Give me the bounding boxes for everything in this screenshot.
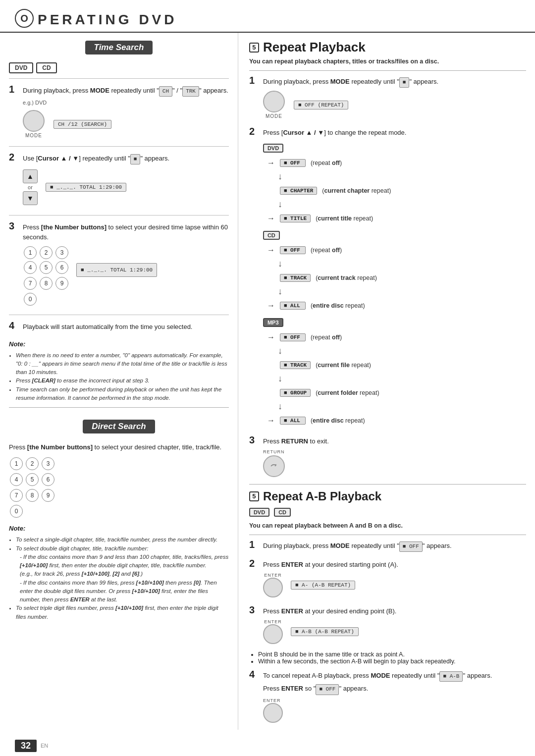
btn-0[interactable]: 0 <box>24 293 37 306</box>
screen-trk: TRK <box>182 86 199 97</box>
cd-row-off: → ■ OFF (repeat off) <box>267 243 526 257</box>
d-btn-5[interactable]: 5 <box>26 473 39 486</box>
cd-down-arrow-1: ↓ <box>278 259 282 269</box>
step1-text: During playback, press MODE repeatedly u… <box>23 86 229 97</box>
d-btn-7[interactable]: 7 <box>10 489 23 502</box>
direct-search-btns: 1 2 3 4 5 6 7 8 9 0 <box>9 456 229 519</box>
enter-circle-a <box>263 578 283 597</box>
cd-down-1: ↓ <box>267 257 526 271</box>
cd-arrow-all: → <box>267 301 275 310</box>
screen-square: ■ <box>130 154 141 164</box>
mp3-row-track: → ■ TRACK (current file repeat) <box>267 358 526 372</box>
btn-3[interactable]: 3 <box>55 246 68 259</box>
repeat-title-row: 5 Repeat Playback <box>249 40 526 55</box>
mode-btn-wrap: MODE CH /12 (SEARCH) <box>23 110 229 138</box>
cd-badge: CD <box>36 62 56 73</box>
time-search-step3: 3 Press [the Number buttons] to select y… <box>9 220 229 310</box>
note-title-2: Note: <box>9 524 229 534</box>
step2-text: Use [Cursor ▲ / ▼] repeatedly until "■" … <box>23 154 229 164</box>
r-step2-content: Press [Cursor ▲ / ▼] to change the repea… <box>263 126 526 429</box>
r-step1-num: 1 <box>249 75 260 86</box>
ab-step2-num: 2 <box>249 558 260 569</box>
time-search-section: Time Search DVD CD 1 During playback, pr… <box>9 33 229 402</box>
enter-a-label: ENTER <box>264 573 282 578</box>
main-columns: Time Search DVD CD 1 During playback, pr… <box>0 33 535 730</box>
repeat-ab-title: Repeat A-B Playback <box>263 489 381 503</box>
ab-note-1: Point B should be in the same title or t… <box>258 651 526 658</box>
mp3-screen-off: ■ OFF <box>280 333 306 341</box>
note-list-2: To select a single-digit chapter, title,… <box>9 536 229 621</box>
dvd-down-1: ↓ <box>267 170 526 184</box>
repeat-playback-title: Repeat Playback <box>263 40 366 55</box>
btn-4[interactable]: 4 <box>24 261 37 274</box>
btn-8[interactable]: 8 <box>40 277 53 290</box>
ab-step4-num: 4 <box>249 669 260 680</box>
dvd-screen-off: ■ OFF <box>280 159 306 167</box>
time-display-screen: ■ _._._. TOTAL 1:29:00 <box>46 183 126 192</box>
d-btn-9[interactable]: 9 <box>42 489 54 502</box>
dvd-screen-title: ■ TITLE <box>280 215 311 222</box>
r-mode-wrap: MODE ■ OFF (REPEAT) <box>263 91 526 119</box>
btn-1[interactable]: 1 <box>24 246 37 259</box>
ab-step3: 3 Press ENTER at your desired ending poi… <box>249 604 526 647</box>
ab-step2-content: Press ENTER at your desired starting poi… <box>263 558 526 600</box>
d-btn-8[interactable]: 8 <box>26 489 39 502</box>
d-btn-3[interactable]: 3 <box>42 457 54 470</box>
time-search-step2: 2 Use [Cursor ▲ / ▼] repeatedly until "■… <box>9 152 229 210</box>
mp3-down-3: ↓ <box>278 401 282 412</box>
btn-5[interactable]: 5 <box>40 261 53 274</box>
repeat-ab-title-row: 5 Repeat A-B Playback <box>249 489 526 503</box>
note-item-1: When there is no need to enter a number,… <box>16 351 229 377</box>
r-screen-sq: ■ <box>399 77 410 88</box>
d-btn-2[interactable]: 2 <box>26 457 39 470</box>
btn-7[interactable]: 7 <box>24 277 37 290</box>
arrow-down-btn[interactable]: ▼ <box>23 191 38 205</box>
header-title: PERATING DVD <box>38 12 177 28</box>
page-footer: 32 EN <box>15 740 535 752</box>
time-search-title: Time Search <box>85 41 153 54</box>
btn-2[interactable]: 2 <box>40 246 53 259</box>
num-btns-middle: 4 5 6 7 8 9 <box>23 260 229 291</box>
repeat-step3: 3 Press RETURN to exit. RETURN <box>249 434 526 480</box>
ab-step2-text: Press ENTER at your desired starting poi… <box>263 560 526 570</box>
checkbox-icon-ab: 5 <box>249 491 259 501</box>
cd-arrow-off: → <box>267 246 275 255</box>
time-search-badges: DVD CD <box>9 62 229 73</box>
btn-6[interactable]: 6 <box>55 261 68 274</box>
note-item-3: Time search can only be performed during… <box>16 385 229 403</box>
ab-step4: 4 To cancel repeat A-B playback, press M… <box>249 669 526 725</box>
time-screen-step3: ■ _._._. TOTAL 1:29:00 <box>76 263 157 277</box>
num-row-0: 0 <box>23 292 229 307</box>
dvd-row-title: → ■ TITLE (current title repeat) <box>267 212 526 225</box>
ab-step1-text: During playback, press MODE repeatedly u… <box>263 541 526 552</box>
ab-step4-text: To cancel repeat A-B playback, press MOD… <box>263 671 526 682</box>
mp3-desc-track: (current file repeat) <box>316 362 371 369</box>
direct-row-123: 1 2 3 <box>9 456 229 471</box>
cd-flow: → ■ OFF (repeat off) ↓ → ■ TRACK <box>267 243 526 313</box>
d-btn-6[interactable]: 6 <box>42 473 54 486</box>
num-btns-3: 1 2 3 4 5 6 <box>23 245 229 307</box>
d-btn-1[interactable]: 1 <box>10 457 23 470</box>
mp3-down-1: ↓ <box>278 346 282 356</box>
cd-desc-all: (entire disc repeat) <box>311 302 365 309</box>
checkbox-icon-repeat: 5 <box>249 43 259 53</box>
mode-circle <box>23 110 45 132</box>
d-btn-0[interactable]: 0 <box>10 505 23 518</box>
dvd-repeat-wrap: DVD → ■ OFF (repeat off) ↓ <box>263 142 526 225</box>
ab-step1-num: 1 <box>249 539 260 550</box>
ab-enter-row-a: ENTER ■ A- (A-B REPEAT) <box>263 573 526 597</box>
dvd-label: DVD <box>263 144 283 153</box>
d-btn-4[interactable]: 4 <box>10 473 23 486</box>
btn-9[interactable]: 9 <box>55 277 68 290</box>
cd-desc-off: (repeat off) <box>311 247 342 254</box>
r-step2-num: 2 <box>249 126 260 137</box>
r-step1-text: During playback, press MODE repeatedly u… <box>263 77 526 88</box>
direct-search-intro: Press [the Number buttons] to select you… <box>9 442 229 452</box>
arrow-up-btn[interactable]: ▲ <box>23 169 38 183</box>
right-column: 5 Repeat Playback You can repeat playbac… <box>238 33 526 730</box>
ab-screen-a: ■ A- (A-B REPEAT) <box>291 581 355 590</box>
step4-text: Playback will start automatically from t… <box>23 322 229 332</box>
dvd-screen-chapter: ■ CHAPTER <box>280 187 317 195</box>
enter-b-label: ENTER <box>264 619 282 624</box>
cd-down-2: ↓ <box>267 285 526 299</box>
